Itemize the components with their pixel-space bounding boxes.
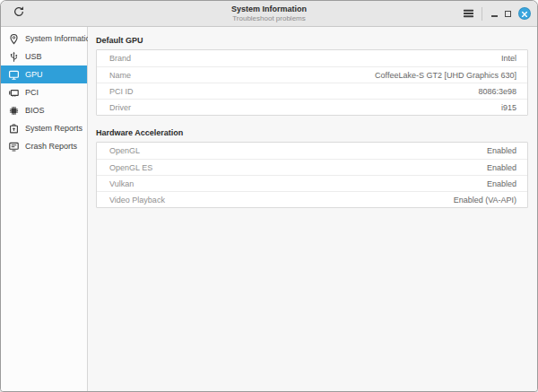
row-value: Enabled (VA-API) (454, 196, 527, 205)
sidebar-item-label: BIOS (25, 106, 45, 115)
row-label: OpenGL ES (97, 163, 152, 172)
row-label: Video Playback (97, 196, 165, 205)
sidebar-item-label: Crash Reports (25, 142, 77, 151)
refresh-button[interactable] (12, 6, 26, 21)
maximize-button[interactable] (501, 1, 515, 26)
table-row: Video Playback Enabled (VA-API) (97, 191, 527, 207)
sidebar-item-label: GPU (25, 70, 43, 79)
table-row: OpenGL Enabled (97, 143, 527, 159)
sidebar: System Information USB (1, 27, 88, 391)
table-row: Driver i915 (97, 99, 527, 115)
row-label: Name (97, 71, 131, 80)
sidebar-item-system-reports[interactable]: System Reports (1, 119, 87, 137)
system-information-window: System Information Troubleshoot problems (0, 0, 538, 392)
titlebar-separator (482, 7, 482, 21)
row-label: OpenGL (97, 146, 140, 155)
titlebar-titles: System Information Troubleshoot problems (1, 4, 537, 23)
chip-icon (8, 105, 20, 117)
row-value: Enabled (487, 179, 527, 188)
sidebar-item-crash-reports[interactable]: Crash Reports (1, 137, 87, 155)
close-icon (521, 5, 528, 22)
hamburger-menu-icon (463, 5, 474, 22)
main-content: Default GPU Brand Intel Name CoffeeLake-… (88, 27, 537, 391)
titlebar: System Information Troubleshoot problems (1, 1, 537, 27)
default-gpu-table: Brand Intel Name CoffeeLake-S GT2 [UHD G… (96, 49, 528, 116)
close-button[interactable] (518, 7, 531, 20)
usb-icon (8, 51, 20, 63)
pci-card-icon (8, 87, 20, 99)
minimize-icon (491, 15, 498, 17)
sidebar-item-system-information[interactable]: System Information (1, 30, 87, 48)
table-row: PCI ID 8086:3e98 (97, 83, 527, 99)
row-label: Driver (97, 103, 131, 112)
row-value: i915 (501, 103, 527, 112)
row-value: CoffeeLake-S GT2 [UHD Graphics 630] (375, 71, 527, 80)
minimize-button[interactable] (488, 1, 501, 26)
titlebar-controls (458, 1, 537, 26)
row-value: Enabled (487, 163, 527, 172)
menu-button[interactable] (458, 1, 478, 26)
row-value: Enabled (487, 146, 527, 155)
row-label: Brand (97, 54, 131, 63)
maximize-icon (505, 11, 511, 17)
section-heading-default-gpu: Default GPU (96, 36, 528, 45)
row-label: PCI ID (97, 87, 134, 96)
row-value: Intel (501, 54, 527, 63)
sidebar-item-bios[interactable]: BIOS (1, 101, 87, 119)
row-value: 8086:3e98 (478, 87, 527, 96)
app-body: System Information USB (1, 27, 537, 391)
sidebar-item-label: PCI (25, 88, 39, 97)
monitor-icon (8, 69, 20, 81)
section-heading-hardware-acceleration: Hardware Acceleration (96, 128, 528, 137)
table-row: Name CoffeeLake-S GT2 [UHD Graphics 630] (97, 66, 527, 83)
table-row: OpenGL ES Enabled (97, 159, 527, 175)
row-label: Vulkan (97, 179, 134, 188)
table-row: Brand Intel (97, 50, 527, 66)
refresh-icon (13, 5, 25, 22)
sidebar-item-label: USB (25, 52, 42, 61)
sidebar-item-pci[interactable]: PCI (1, 83, 87, 101)
location-pin-icon (8, 33, 20, 45)
crash-screen-icon (8, 141, 20, 152)
sidebar-item-gpu[interactable]: GPU (1, 65, 87, 83)
table-row: Vulkan Enabled (97, 175, 527, 191)
hardware-acceleration-table: OpenGL Enabled OpenGL ES Enabled Vulkan … (96, 142, 528, 208)
report-box-icon (8, 123, 20, 135)
window-subtitle: Troubleshoot problems (1, 14, 537, 23)
sidebar-item-label: System Information (25, 34, 95, 43)
window-title: System Information (1, 4, 537, 14)
sidebar-item-usb[interactable]: USB (1, 48, 87, 65)
sidebar-item-label: System Reports (25, 124, 82, 133)
